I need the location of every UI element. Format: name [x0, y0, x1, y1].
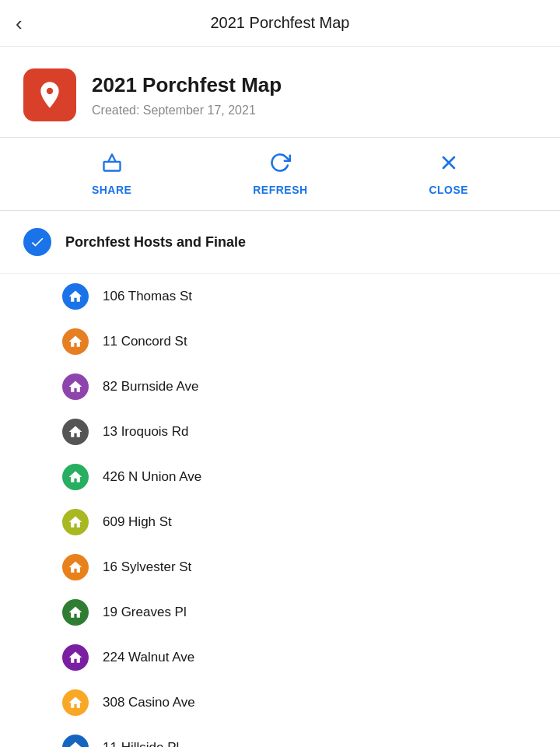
place-icon — [62, 554, 89, 580]
place-icon — [62, 644, 89, 671]
section-header: Porchfest Hosts and Finale — [0, 211, 560, 274]
place-icon — [62, 283, 89, 310]
list-item[interactable]: 426 N Union Ave — [0, 454, 560, 500]
place-icon — [62, 509, 89, 535]
list-item[interactable]: 13 Iroquois Rd — [0, 409, 560, 454]
list-item[interactable]: 11 Concord St — [0, 319, 560, 364]
checkmark-icon — [30, 234, 45, 250]
list-item[interactable]: 11 Hillside Pl — [0, 725, 560, 747]
back-button[interactable]: ‹ — [16, 13, 23, 33]
place-icon — [62, 735, 89, 747]
place-name: 308 Casino Ave — [103, 695, 195, 710]
place-icon — [62, 374, 89, 400]
home-icon — [68, 514, 83, 530]
home-icon — [68, 469, 83, 485]
share-label: SHARE — [92, 184, 132, 196]
section-title: Porchfest Hosts and Finale — [65, 234, 246, 251]
home-icon — [68, 379, 83, 395]
place-name: 224 Walnut Ave — [103, 650, 194, 665]
share-icon — [101, 152, 123, 177]
list-item[interactable]: 609 High St — [0, 500, 560, 545]
home-icon — [68, 424, 83, 440]
list-item[interactable]: 16 Sylvester St — [0, 545, 560, 590]
place-icon — [62, 328, 89, 355]
place-name: 19 Greaves Pl — [103, 605, 187, 620]
refresh-label: REFRESH — [253, 184, 307, 196]
place-name: 11 Hillside Pl — [103, 740, 179, 747]
home-icon — [68, 289, 83, 304]
map-app-icon — [23, 68, 76, 121]
place-name: 609 High St — [103, 514, 172, 530]
close-icon — [438, 152, 460, 177]
place-name: 82 Burnside Ave — [103, 379, 199, 395]
map-title: 2021 Porchfest Map — [92, 73, 282, 97]
place-icon — [62, 419, 89, 445]
place-name: 106 Thomas St — [103, 289, 192, 304]
place-icon — [62, 689, 89, 716]
place-name: 11 Concord St — [103, 334, 187, 349]
close-label: CLOSE — [429, 184, 468, 196]
header-title: 2021 Porchfest Map — [211, 14, 350, 32]
home-icon — [68, 695, 83, 710]
home-icon — [68, 605, 83, 620]
home-icon — [68, 334, 83, 349]
list-item[interactable]: 19 Greaves Pl — [0, 590, 560, 635]
svg-rect-0 — [103, 162, 120, 171]
share-button[interactable]: SHARE — [92, 152, 132, 196]
home-icon — [68, 559, 83, 575]
place-icon — [62, 599, 89, 626]
refresh-icon — [269, 152, 291, 177]
action-bar: SHARE REFRESH CLOSE — [0, 138, 560, 211]
home-icon — [68, 740, 83, 747]
list-item[interactable]: 308 Casino Ave — [0, 680, 560, 725]
places-list: 106 Thomas St 11 Concord St 82 Burnside … — [0, 274, 560, 747]
refresh-button[interactable]: REFRESH — [253, 152, 307, 196]
list-item[interactable]: 82 Burnside Ave — [0, 364, 560, 409]
map-created-date: Created: September 17, 2021 — [92, 103, 282, 117]
list-item[interactable]: 106 Thomas St — [0, 274, 560, 319]
place-name: 13 Iroquois Rd — [103, 424, 189, 440]
home-icon — [68, 650, 83, 665]
check-circle-icon — [23, 228, 51, 256]
place-icon — [62, 464, 89, 490]
list-item[interactable]: 224 Walnut Ave — [0, 635, 560, 680]
map-text: 2021 Porchfest Map Created: September 17… — [92, 73, 282, 117]
close-button[interactable]: CLOSE — [429, 152, 468, 196]
app-header: ‹ 2021 Porchfest Map — [0, 0, 560, 47]
place-name: 426 N Union Ave — [103, 469, 201, 485]
place-name: 16 Sylvester St — [103, 559, 191, 575]
location-pin-icon — [34, 79, 65, 110]
map-info-section: 2021 Porchfest Map Created: September 17… — [0, 47, 560, 137]
